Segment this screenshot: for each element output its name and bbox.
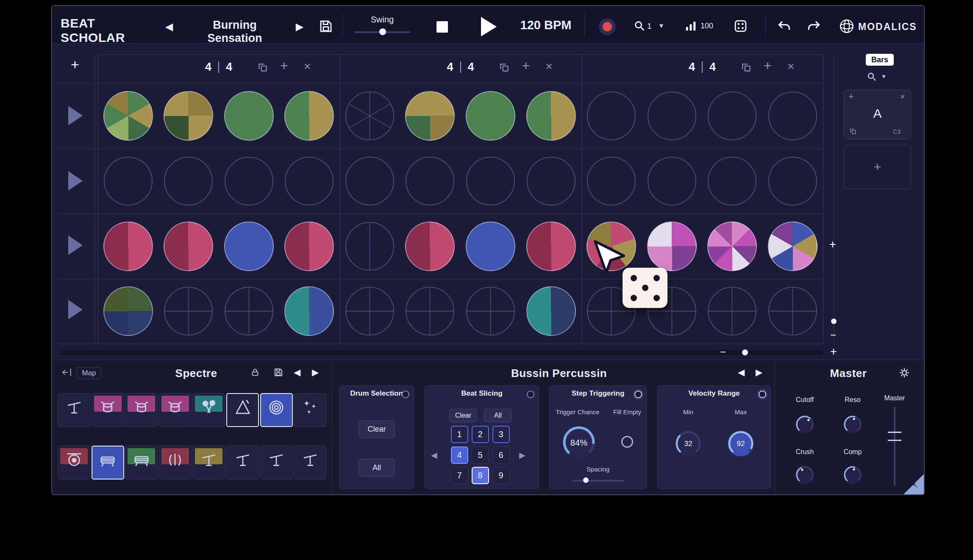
pad-triangle-1-6[interactable] [226,393,259,427]
beat-circle-r3-c6[interactable] [405,222,455,271]
pad-drumkit-1-4[interactable] [159,393,192,427]
master-fader-handle[interactable] [888,432,901,441]
beat-slicing-led[interactable] [527,391,534,398]
timeline-zoom-out[interactable]: − [720,346,726,358]
beat-slicing-all-button[interactable]: All [484,409,512,422]
row-play-button-3[interactable] [68,236,83,255]
pad-clap-2-4[interactable] [159,446,192,480]
step-triggering-led[interactable] [634,391,642,398]
beat-slicing-clear-button[interactable]: Clear [449,409,477,422]
slice-count-9[interactable]: 9 [492,467,510,484]
velocity-min-knob[interactable]: 32 [674,430,702,457]
map-toggle-button[interactable]: Map [77,367,101,379]
slice-count-1[interactable]: 1 [451,426,468,443]
pad-snare-2-2[interactable] [92,446,124,480]
section-remove-button[interactable]: × [304,60,311,73]
beat-circle-r1-c7[interactable] [466,91,515,141]
beat-circle-r2-c1[interactable] [103,156,153,206]
beat-circle-r2-c10[interactable] [647,156,697,206]
next-generator-button[interactable]: ▶ [756,367,762,377]
pattern-slot-a[interactable]: + × A C3 [844,90,911,139]
randomize-dice-button[interactable] [734,19,748,33]
slice-count-3[interactable]: 3 [492,426,510,443]
beat-circle-r1-c10[interactable] [647,91,697,141]
drum-selection-led[interactable] [402,391,409,398]
timeline-scroll-handle[interactable] [742,349,748,355]
beat-circle-r3-c12[interactable] [768,222,817,271]
redo-button[interactable] [806,19,821,34]
beat-circle-r2-c9[interactable] [587,156,636,206]
time-sig-denominator[interactable]: 4 [709,61,716,74]
pad-cymbal-2-6[interactable] [226,446,259,480]
beat-circle-r3-c11[interactable] [707,222,757,271]
lock-kit-icon[interactable] [250,368,260,377]
beat-circle-r1-c5[interactable] [345,91,395,141]
vertical-scroll-track[interactable] [834,54,834,344]
next-preset-button[interactable]: ▶ [292,19,307,35]
drum-selection-clear-button[interactable]: Clear [359,420,395,438]
save-kit-icon[interactable] [273,367,284,377]
pad-cymbal-2-7[interactable] [260,446,293,480]
slice-next-button[interactable]: ▶ [519,450,525,460]
spacing-slider-handle[interactable] [583,477,589,483]
pad-drumkit-1-2[interactable] [92,393,124,427]
slot-remove-icon[interactable]: × [900,92,905,102]
zoom-icon[interactable] [634,20,645,32]
bars-mode-button[interactable]: Bars [866,54,894,66]
beat-circle-r4-c4[interactable] [284,286,334,336]
pad-cymbal-2-5[interactable] [192,446,225,480]
time-sig-numerator[interactable]: 4 [689,61,695,74]
beat-circle-r4-c7[interactable] [466,286,515,336]
beat-circle-r1-c9[interactable] [587,91,636,141]
beat-circle-r2-c4[interactable] [284,156,334,206]
timeline-zoom-in[interactable]: + [830,345,837,358]
pattern-slot-add[interactable]: + [844,145,911,189]
beat-circle-r3-c4[interactable] [284,222,334,271]
trigger-chance-knob[interactable]: 84% [561,424,597,460]
beat-circle-r3-c10[interactable] [647,222,697,271]
add-track-button[interactable]: + [67,57,83,72]
master-crush-knob[interactable] [795,465,815,485]
velocity-max-knob[interactable]: 92 [727,430,755,457]
section-remove-button[interactable]: × [787,60,794,73]
row-play-button-1[interactable] [68,106,83,125]
row-play-button-2[interactable] [68,171,83,191]
level-meter-icon[interactable] [684,19,697,32]
bars-zoom-caret[interactable]: ▼ [881,73,887,80]
beat-circle-r1-c4[interactable] [284,91,334,141]
record-button[interactable] [599,18,616,35]
beat-circle-r3-c7[interactable] [466,222,515,271]
time-sig-numerator[interactable]: 4 [205,61,211,74]
pad-maracas-1-5[interactable] [192,393,225,427]
beat-circle-r4-c5[interactable] [345,286,395,336]
beat-circle-r1-c11[interactable] [707,91,757,141]
bpm-display[interactable]: 120 BPM [514,18,578,32]
beat-circle-r4-c11[interactable] [707,286,757,336]
beat-circle-r1-c2[interactable] [164,91,213,141]
beat-circle-r4-c3[interactable] [224,286,274,336]
pad-stars-1-8[interactable] [294,393,326,427]
beat-circle-r4-c12[interactable] [768,286,817,336]
drum-selection-all-button[interactable]: All [359,459,395,477]
beat-circle-r2-c11[interactable] [707,156,757,206]
vertical-zoom-in[interactable]: + [829,238,836,251]
beat-circle-r2-c2[interactable] [164,156,213,206]
next-kit-button[interactable]: ▶ [312,367,319,377]
section-add-button[interactable]: + [280,58,288,74]
section-copy-button[interactable] [257,62,268,73]
slice-count-8[interactable]: 8 [472,467,489,484]
prev-kit-button[interactable]: ◀ [294,367,300,377]
fill-empty-knob[interactable] [621,436,633,448]
pad-drumkit-1-3[interactable] [125,393,158,427]
beat-circle-r3-c5[interactable] [345,222,395,271]
master-cutoff-knob[interactable] [795,415,815,434]
beat-circle-r4-c6[interactable] [405,286,455,336]
beat-circle-r2-c5[interactable] [345,156,395,206]
pad-spiral-1-7[interactable] [260,393,293,427]
slice-count-5[interactable]: 5 [472,446,489,464]
pad-snare-2-3[interactable] [125,446,158,480]
prev-generator-button[interactable]: ◀ [738,367,745,377]
stop-button[interactable] [434,19,450,34]
master-reso-knob[interactable] [843,415,862,434]
timeline-scrollbar[interactable] [61,350,823,355]
